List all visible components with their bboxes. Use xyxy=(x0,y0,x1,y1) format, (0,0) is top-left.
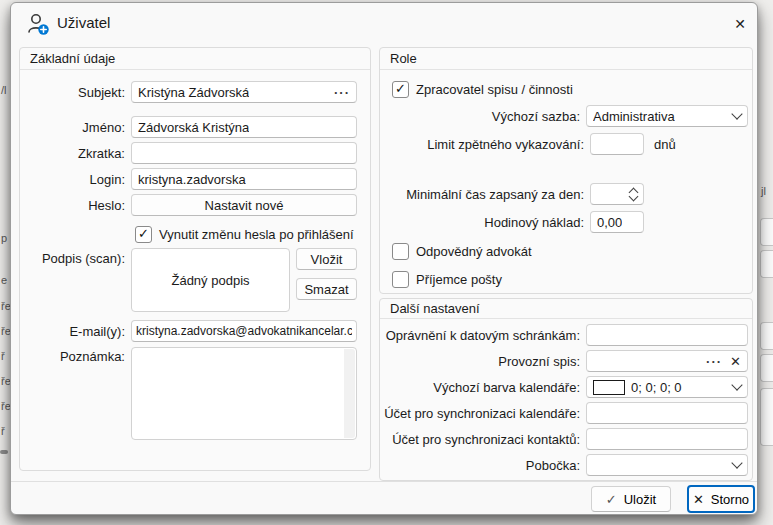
email-input[interactable]: kristyna.zadvorska@advokatnikancelar.cz xyxy=(131,320,357,342)
cancel-button-label: Storno xyxy=(711,492,749,507)
background-window-fragment: p xyxy=(1,232,7,244)
vychozi-sazba-select[interactable]: Administrativa xyxy=(586,105,748,127)
background-panel-fragment xyxy=(760,388,773,446)
login-label: Login: xyxy=(20,172,125,187)
odpovedny-advokat-label: Odpovědný advokát xyxy=(416,244,532,259)
subjekt-label: Subjekt: xyxy=(20,85,125,100)
signature-insert-button[interactable]: Vložit xyxy=(296,248,357,270)
background-window-fragment: jl xyxy=(761,185,766,197)
add-user-icon xyxy=(25,11,51,37)
zpracovatel-row: ✓ Zpracovatel spisu / činnosti xyxy=(392,79,573,99)
ucet-kalendar-row: Účet pro synchronizaci kalendáře: xyxy=(380,401,752,425)
pobocka-select[interactable] xyxy=(586,454,748,476)
zkratka-input[interactable] xyxy=(131,142,357,164)
force-password-checkbox[interactable]: ✓ xyxy=(135,226,152,243)
podpis-label: Podpis (scan): xyxy=(20,248,125,270)
poznamka-row: Poznámka: xyxy=(20,347,357,440)
chevron-down-icon xyxy=(731,108,742,119)
footer-divider xyxy=(11,481,757,482)
ucet-kontakty-row: Účet pro synchronizaci kontaktů: xyxy=(380,427,752,451)
zpracovatel-label: Zpracovatel spisu / činnosti xyxy=(416,82,573,97)
limit-label: Limit zpětného vykazování: xyxy=(380,137,584,152)
vychozi-sazba-label: Výchozí sazba: xyxy=(380,109,580,124)
background-window-fragment: e xyxy=(1,274,7,286)
save-button[interactable]: ✓ Uložit xyxy=(591,486,671,512)
prijemce-posty-checkbox[interactable] xyxy=(392,271,409,288)
title-bar: Uživatel ✕ xyxy=(11,3,757,43)
ucet-kalendar-label: Účet pro synchronizaci kalendáře: xyxy=(380,406,580,421)
dialog-title: Uživatel xyxy=(57,14,110,31)
uzivatel-dialog: Uživatel ✕ Základní údaje Subjekt: Krist… xyxy=(10,2,758,515)
group-divider xyxy=(20,69,370,70)
limit-suffix: dnů xyxy=(644,137,748,152)
provozni-spis-input[interactable]: ··· ✕ xyxy=(586,350,748,372)
color-swatch xyxy=(593,380,625,395)
ucet-kontakty-label: Účet pro synchronizaci kontaktů: xyxy=(380,432,580,447)
provozni-spis-clear-icon[interactable]: ✕ xyxy=(730,354,741,369)
save-button-label: Uložit xyxy=(624,492,657,507)
ucet-kalendar-input[interactable] xyxy=(586,402,748,424)
hodinovy-naklad-label: Hodinový náklad: xyxy=(380,215,584,230)
heslo-label: Heslo: xyxy=(20,198,125,213)
background-button-fragment xyxy=(760,250,773,278)
force-password-label: Vynutit změnu hesla po přihlášení xyxy=(159,227,354,242)
podpis-row: Podpis (scan): Žádný podpis Vložit Smaza… xyxy=(20,248,357,312)
provozni-spis-row: Provozní spis: ··· ✕ xyxy=(380,349,752,373)
subjekt-row: Subjekt: Kristýna Zádvorská ··· xyxy=(20,80,370,104)
ucet-kontakty-input[interactable] xyxy=(586,428,748,450)
group-role: Role ✓ Zpracovatel spisu / činnosti Vých… xyxy=(379,47,753,294)
set-new-password-button[interactable]: Nastavit nové xyxy=(131,194,357,216)
datove-schranky-row: Oprávnění k datovým schránkám: xyxy=(380,323,752,347)
signature-buttons: Vložit Smazat xyxy=(296,248,357,300)
heslo-row: Heslo: Nastavit nové xyxy=(20,193,370,217)
jmeno-input[interactable]: Zádvorská Kristýna xyxy=(131,116,357,138)
odpovedny-advokat-checkbox[interactable] xyxy=(392,243,409,260)
barva-kalendare-label: Výchozí barva kalendáře: xyxy=(380,380,580,395)
subjekt-browse-icon[interactable]: ··· xyxy=(330,85,350,100)
background-scrollbar-fragment xyxy=(0,450,8,454)
close-button[interactable]: ✕ xyxy=(723,9,757,39)
min-cas-label: Minimální čas zapsaný za den: xyxy=(380,187,584,202)
datove-schranky-label: Oprávnění k datovým schránkám: xyxy=(380,328,580,343)
chevron-down-icon xyxy=(731,457,742,468)
force-password-row: ✓ Vynutit změnu hesla po přihlášení xyxy=(135,224,354,244)
barva-kalendare-row: Výchozí barva kalendáře: 0; 0; 0; 0 xyxy=(380,375,752,399)
pobocka-row: Pobočka: xyxy=(380,453,752,477)
chevron-down-icon xyxy=(731,379,742,390)
min-cas-row: Minimální čas zapsaný za den: xyxy=(380,182,752,206)
background-button-fragment xyxy=(760,218,773,246)
signature-empty-text: Žádný podpis xyxy=(171,273,249,288)
check-icon: ✓ xyxy=(606,492,617,507)
background-window-fragment: ř xyxy=(1,425,5,437)
cancel-button[interactable]: ✕ Storno xyxy=(687,485,755,513)
login-row: Login: kristyna.zadvorska xyxy=(20,167,370,191)
poznamka-scrollbar[interactable] xyxy=(344,349,355,438)
background-button-fragment xyxy=(760,354,773,382)
hodinovy-naklad-input[interactable]: 0,00 xyxy=(590,211,644,233)
subjekt-input[interactable]: Kristýna Zádvorská ··· xyxy=(131,81,357,103)
provozni-spis-label: Provozní spis: xyxy=(380,354,580,369)
group-divider xyxy=(380,69,752,70)
prijemce-posty-row: Příjemce pošty xyxy=(392,269,502,289)
group-dalsi-nastaveni: Další nastavení Oprávnění k datovým schr… xyxy=(379,298,753,481)
datove-schranky-input[interactable] xyxy=(586,324,748,346)
group-divider xyxy=(380,318,752,319)
close-icon: ✕ xyxy=(693,492,704,507)
zpracovatel-checkbox[interactable]: ✓ xyxy=(392,81,409,98)
group-title: Další nastavení xyxy=(390,301,480,317)
group-title: Základní údaje xyxy=(30,51,115,67)
poznamka-textarea[interactable] xyxy=(131,347,357,440)
hodinovy-naklad-row: Hodinový náklad: 0,00 xyxy=(380,210,752,234)
min-cas-spinner[interactable] xyxy=(590,183,644,205)
email-label: E-mail(y): xyxy=(20,324,125,339)
signature-delete-button[interactable]: Smazat xyxy=(296,278,357,300)
limit-row: Limit zpětného vykazování: dnů xyxy=(380,132,752,156)
barva-kalendare-select[interactable]: 0; 0; 0; 0 xyxy=(586,376,748,398)
limit-input[interactable] xyxy=(590,133,644,155)
signature-preview: Žádný podpis xyxy=(131,248,290,312)
background-window-fragment: ř xyxy=(1,350,5,362)
group-zakladni-udaje: Základní údaje Subjekt: Kristýna Zádvors… xyxy=(19,47,371,471)
spinner-arrows-icon[interactable] xyxy=(630,189,637,200)
provozni-spis-browse-icon[interactable]: ··· xyxy=(702,354,722,369)
login-input[interactable]: kristyna.zadvorska xyxy=(131,168,357,190)
